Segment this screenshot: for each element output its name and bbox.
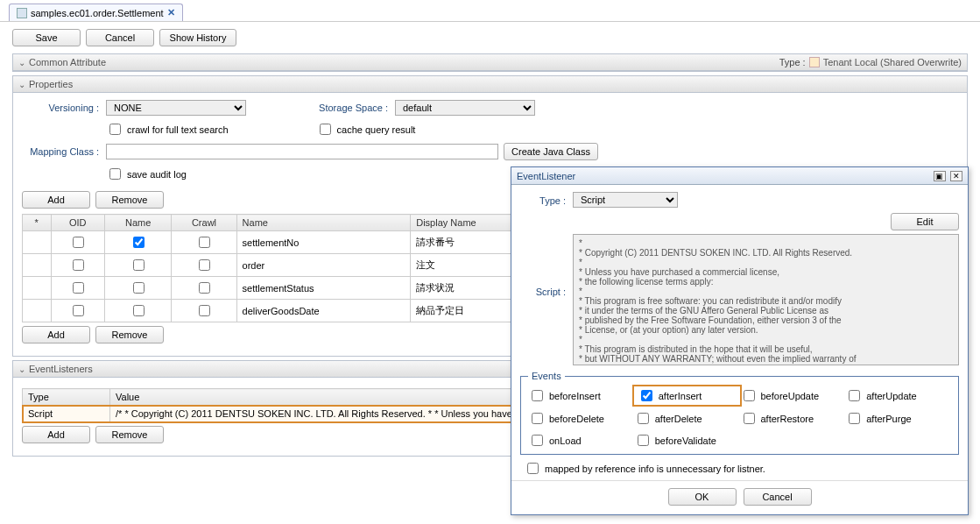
name-checkbox[interactable] <box>133 305 145 316</box>
dialog-ok-button[interactable]: OK <box>668 488 737 506</box>
name-checkbox[interactable] <box>133 282 145 294</box>
beforeinsert-checkbox[interactable]: beforeInsert <box>528 386 634 405</box>
dialog-title: EventListener <box>517 171 575 181</box>
mapped-ref-checkbox[interactable]: mapped by reference info is unnecessary … <box>524 460 959 477</box>
mapping-class-input[interactable] <box>106 144 498 159</box>
crawl-checkbox[interactable] <box>199 259 210 271</box>
add-listener-button[interactable]: Add <box>22 426 90 443</box>
editor-tab[interactable]: samples.ec01.order.Settlement ✕ <box>9 4 183 21</box>
dialog-cancel-button[interactable]: Cancel <box>744 488 812 506</box>
beforeupdate-checkbox[interactable]: beforeUpdate <box>740 386 846 405</box>
add-property-button-bottom[interactable]: Add <box>22 326 90 343</box>
tenant-icon <box>809 57 820 67</box>
afterupdate-checkbox[interactable]: afterUpdate <box>845 386 951 405</box>
properties-header[interactable]: ⌄ Properties <box>13 76 967 93</box>
edit-script-button[interactable]: Edit <box>891 213 959 230</box>
chevron-down-icon: ⌄ <box>18 365 29 374</box>
versioning-label: Versioning : <box>22 103 106 113</box>
remove-property-button-bottom[interactable]: Remove <box>95 326 164 343</box>
create-java-class-button[interactable]: Create Java Class <box>504 143 598 160</box>
chevron-down-icon: ⌄ <box>18 80 29 89</box>
dialog-maximize-icon[interactable]: ▣ <box>934 171 946 181</box>
name-checkbox[interactable] <box>133 237 145 248</box>
common-attribute-title: Common Attribute <box>29 57 106 67</box>
crawl-checkbox[interactable] <box>199 282 210 294</box>
cancel-button[interactable]: Cancel <box>86 29 154 46</box>
entity-icon <box>17 8 27 18</box>
show-history-button[interactable]: Show History <box>159 29 236 46</box>
dlg-type-select[interactable]: Script <box>573 192 678 208</box>
beforedelete-checkbox[interactable]: beforeDelete <box>528 410 634 427</box>
eventlisteners-title: EventListeners <box>29 364 93 374</box>
oid-checkbox[interactable] <box>73 305 84 316</box>
chevron-down-icon: ⌄ <box>18 58 29 67</box>
storage-space-label: Storage Space : <box>307 103 395 113</box>
oid-checkbox[interactable] <box>73 237 84 248</box>
afterrestore-checkbox[interactable]: afterRestore <box>740 410 846 427</box>
name-checkbox[interactable] <box>133 259 145 271</box>
onload-checkbox[interactable]: onLoad <box>528 432 634 449</box>
crawl-checkbox[interactable] <box>199 237 210 248</box>
versioning-select[interactable]: NONE <box>106 100 246 116</box>
script-textarea[interactable]: * * Copyright (C) 2011 DENTSU SOKEN INC.… <box>573 234 959 365</box>
save-button[interactable]: Save <box>12 29 81 46</box>
oid-checkbox[interactable] <box>73 259 84 271</box>
save-audit-checkbox[interactable]: save audit log <box>106 166 187 182</box>
dlg-script-label: Script : <box>520 234 573 297</box>
crawl-checkbox[interactable] <box>199 305 210 316</box>
eventlistener-dialog: EventListener ▣ ✕ Type : Script Edit Scr… <box>511 166 969 515</box>
afterdelete-checkbox[interactable]: afterDelete <box>634 410 740 427</box>
type-label: Type : <box>779 57 806 67</box>
cache-checkbox[interactable]: cache query result <box>316 121 416 138</box>
oid-checkbox[interactable] <box>73 282 84 294</box>
afterpurge-checkbox[interactable]: afterPurge <box>845 410 951 427</box>
afterinsert-checkbox[interactable]: afterInsert <box>638 387 702 404</box>
beforevalidate-checkbox[interactable]: beforeValidate <box>634 432 740 449</box>
tab-label: samples.ec01.order.Settlement <box>31 8 164 18</box>
crawl-checkbox[interactable]: crawl for full text search <box>106 121 229 138</box>
common-attribute-header[interactable]: ⌄ Common Attribute Type : Tenant Local (… <box>13 54 967 71</box>
close-icon[interactable]: ✕ <box>167 7 175 18</box>
events-legend: Events <box>528 371 565 381</box>
storage-space-select[interactable]: default <box>395 100 535 116</box>
properties-title: Properties <box>29 79 73 89</box>
dialog-close-icon[interactable]: ✕ <box>950 171 962 181</box>
dlg-type-label: Type : <box>520 194 573 206</box>
type-value: Tenant Local (Shared Overwrite) <box>823 57 962 67</box>
mapping-class-label: Mapping Class : <box>22 146 106 157</box>
remove-property-button[interactable]: Remove <box>95 191 164 209</box>
remove-listener-button[interactable]: Remove <box>95 426 164 443</box>
add-property-button[interactable]: Add <box>22 191 90 209</box>
events-fieldset: Events beforeInsert afterInsert beforeUp… <box>520 371 959 455</box>
